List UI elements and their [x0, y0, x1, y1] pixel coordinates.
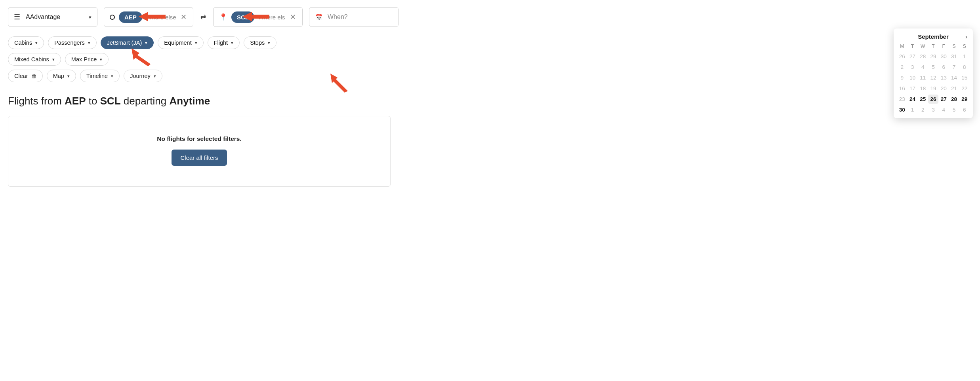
when-label: When? — [328, 13, 348, 21]
filter-label: Stops — [250, 40, 265, 46]
svg-marker-3 — [330, 74, 348, 93]
calendar-day[interactable]: 25 — [918, 95, 928, 104]
chevron-down-icon: ▾ — [67, 74, 70, 79]
origin-input[interactable] — [146, 14, 176, 21]
calendar-day[interactable]: 12 — [928, 73, 938, 82]
calendar-day[interactable]: 17 — [907, 84, 917, 93]
destination-airport-pill[interactable]: SCL — [231, 11, 254, 23]
chevron-down-icon: ▾ — [154, 74, 156, 79]
calendar-day[interactable]: 26 — [897, 52, 907, 61]
calendar-day[interactable]: 7 — [949, 63, 959, 72]
calendar-day[interactable]: 31 — [949, 52, 959, 61]
calendar-day[interactable]: 6 — [959, 105, 970, 114]
filter-pill-timeline[interactable]: Timeline▾ — [80, 70, 120, 82]
filter-label: Map — [53, 73, 64, 79]
origin-airport-pill[interactable]: AEP — [119, 11, 142, 23]
calendar-day[interactable]: 20 — [938, 84, 949, 93]
chevron-down-icon: ▾ — [89, 14, 92, 20]
chevron-down-icon: ▾ — [35, 40, 38, 45]
calendar-day[interactable]: 2 — [918, 105, 928, 114]
filter-pill-max-price[interactable]: Max Price▾ — [65, 53, 109, 66]
calendar-popover: September › MTWTFSS262728293031123456789… — [894, 28, 973, 118]
program-label: AAdvantage — [26, 13, 60, 21]
calendar-day[interactable]: 21 — [949, 84, 959, 93]
filter-pill-clear[interactable]: Clear🗑 — [8, 70, 43, 82]
calendar-day[interactable]: 27 — [907, 52, 917, 61]
calendar-dow: S — [959, 42, 970, 50]
filter-pill-journey[interactable]: Journey▾ — [124, 70, 162, 82]
calendar-day[interactable]: 18 — [918, 84, 928, 93]
chevron-down-icon: ▾ — [268, 40, 270, 45]
filter-pill-stops[interactable]: Stops▾ — [244, 36, 276, 49]
chevron-down-icon: ▾ — [111, 74, 113, 79]
calendar-day[interactable]: 9 — [897, 73, 907, 82]
filter-label: JetSmart (JA) — [107, 40, 142, 46]
calendar-day[interactable]: 26 — [928, 95, 938, 104]
calendar-day[interactable]: 22 — [959, 84, 970, 93]
calendar-day[interactable]: 11 — [918, 73, 928, 82]
calendar-day[interactable]: 10 — [907, 73, 917, 82]
filter-label: Clear — [14, 73, 28, 79]
calendar-day[interactable]: 4 — [938, 105, 949, 114]
calendar-grid: MTWTFSS262728293031123456789101112131415… — [897, 42, 970, 114]
calendar-next-icon[interactable]: › — [965, 33, 967, 40]
calendar-day[interactable]: 6 — [938, 63, 949, 72]
calendar-day[interactable]: 16 — [897, 84, 907, 93]
swap-icon[interactable]: ⇄ — [200, 13, 207, 21]
calendar-day[interactable]: 14 — [949, 73, 959, 82]
calendar-day[interactable]: 19 — [928, 84, 938, 93]
calendar-day[interactable]: 29 — [928, 52, 938, 61]
filter-pill-equipment[interactable]: Equipment▾ — [158, 36, 203, 49]
calendar-day[interactable]: 5 — [928, 63, 938, 72]
calendar-day[interactable]: 29 — [959, 95, 970, 104]
origin-clear-icon[interactable]: ✕ — [180, 13, 187, 21]
calendar-day[interactable]: 5 — [949, 105, 959, 114]
calendar-icon: 📅 — [315, 13, 323, 21]
calendar-day[interactable]: 1 — [907, 105, 917, 114]
calendar-day[interactable]: 28 — [949, 95, 959, 104]
calendar-day[interactable]: 24 — [907, 95, 917, 104]
calendar-day[interactable]: 28 — [918, 52, 928, 61]
calendar-day[interactable]: 1 — [959, 52, 970, 61]
calendar-day[interactable]: 2 — [897, 63, 907, 72]
when-box[interactable]: 📅 When? — [309, 7, 398, 27]
filter-pill-map[interactable]: Map▾ — [47, 70, 76, 82]
results-heading: Flights from AEP to SCL departing Anytim… — [8, 95, 972, 107]
calendar-day[interactable]: 3 — [928, 105, 938, 114]
calendar-day[interactable]: 15 — [959, 73, 970, 82]
calendar-day[interactable]: 8 — [959, 63, 970, 72]
calendar-day[interactable]: 23 — [897, 95, 907, 104]
destination-input[interactable] — [258, 14, 285, 21]
calendar-day[interactable]: 4 — [918, 63, 928, 72]
filter-pill-flight[interactable]: Flight▾ — [208, 36, 240, 49]
destination-pin-icon: 📍 — [219, 13, 227, 21]
filter-pill-passengers[interactable]: Passengers▾ — [48, 36, 97, 49]
filter-label: Journey — [130, 73, 151, 79]
clear-all-filters-button[interactable]: Clear all filters — [172, 150, 227, 166]
results-panel: No flights for selected filters. Clear a… — [8, 116, 391, 187]
filter-label: Timeline — [86, 73, 108, 79]
trash-icon: 🗑 — [31, 73, 36, 79]
calendar-dow: T — [928, 42, 938, 50]
filter-label: Cabins — [14, 40, 32, 46]
calendar-day[interactable]: 30 — [938, 52, 949, 61]
filter-label: Max Price — [71, 56, 97, 63]
empty-message: No flights for selected filters. — [16, 135, 382, 142]
chevron-down-icon: ▾ — [231, 40, 233, 45]
program-select[interactable]: ☰ AAdvantage ▾ — [8, 7, 97, 27]
calendar-day[interactable]: 30 — [897, 105, 907, 114]
origin-box[interactable]: AEP ✕ — [104, 7, 193, 27]
destination-clear-icon[interactable]: ✕ — [289, 13, 297, 21]
calendar-day[interactable]: 27 — [938, 95, 949, 104]
chevron-down-icon: ▾ — [52, 57, 55, 62]
filter-label: Equipment — [164, 40, 191, 46]
filter-pill-cabins[interactable]: Cabins▾ — [8, 36, 44, 49]
filter-pill-jetsmart-ja-[interactable]: JetSmart (JA)▾ — [101, 36, 154, 49]
filter-pill-mixed-cabins[interactable]: Mixed Cabins▾ — [8, 53, 61, 66]
calendar-dow: W — [918, 42, 928, 50]
calendar-dow: T — [907, 42, 917, 50]
destination-box[interactable]: 📍 SCL ✕ — [213, 7, 303, 27]
calendar-day[interactable]: 3 — [907, 63, 917, 72]
calendar-day[interactable]: 13 — [938, 73, 949, 82]
annotation-arrow-calendar — [328, 72, 350, 94]
